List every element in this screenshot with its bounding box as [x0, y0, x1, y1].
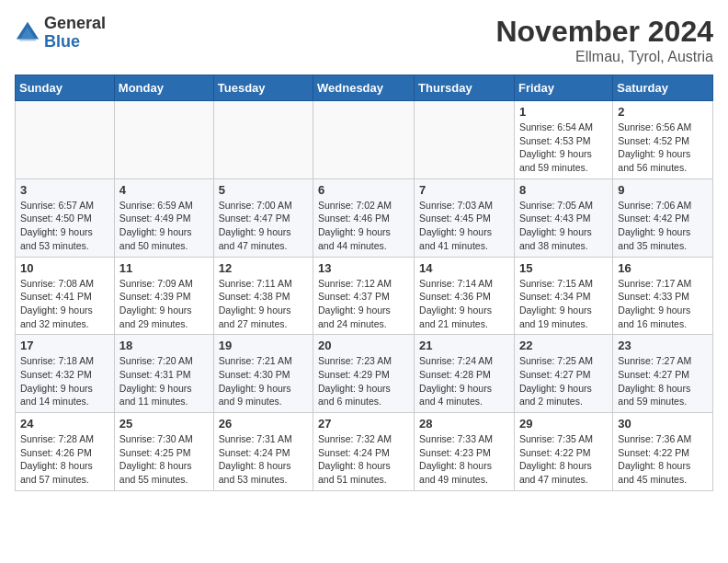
day-number: 19	[219, 339, 308, 352]
calendar-cell: 6Sunrise: 7:02 AM Sunset: 4:46 PM Daylig…	[313, 178, 415, 257]
calendar-cell: 22Sunrise: 7:25 AM Sunset: 4:27 PM Dayli…	[514, 335, 612, 413]
day-number: 8	[519, 183, 608, 197]
calendar-cell: 17Sunrise: 7:18 AM Sunset: 4:32 PM Dayli…	[16, 335, 115, 413]
calendar-week-row: 10Sunrise: 7:08 AM Sunset: 4:41 PM Dayli…	[16, 257, 713, 335]
calendar-cell: 1Sunrise: 6:54 AM Sunset: 4:53 PM Daylig…	[514, 101, 612, 179]
day-number: 9	[618, 183, 708, 197]
logo-general-text: General	[44, 15, 106, 33]
day-number: 15	[519, 261, 608, 275]
day-number: 13	[318, 261, 409, 275]
calendar-cell: 11Sunrise: 7:09 AM Sunset: 4:39 PM Dayli…	[114, 257, 213, 335]
weekday-header: Wednesday	[313, 75, 415, 101]
day-detail: Sunrise: 7:09 AM Sunset: 4:39 PM Dayligh…	[119, 277, 209, 331]
day-number: 11	[119, 261, 209, 275]
weekday-header: Sunday	[16, 75, 115, 101]
day-detail: Sunrise: 7:12 AM Sunset: 4:37 PM Dayligh…	[318, 277, 409, 331]
day-number: 23	[618, 339, 708, 352]
calendar-cell: 28Sunrise: 7:33 AM Sunset: 4:23 PM Dayli…	[415, 413, 515, 491]
day-number: 17	[20, 339, 109, 352]
logo-icon	[15, 20, 40, 46]
calendar-cell	[415, 101, 515, 179]
day-detail: Sunrise: 7:08 AM Sunset: 4:41 PM Dayligh…	[20, 277, 109, 331]
calendar-table: SundayMondayTuesdayWednesdayThursdayFrid…	[15, 75, 713, 491]
day-number: 10	[20, 261, 109, 275]
day-number: 5	[219, 183, 308, 197]
calendar-cell: 8Sunrise: 7:05 AM Sunset: 4:43 PM Daylig…	[514, 178, 612, 257]
day-detail: Sunrise: 7:35 AM Sunset: 4:22 PM Dayligh…	[519, 432, 608, 487]
calendar-cell: 5Sunrise: 7:00 AM Sunset: 4:47 PM Daylig…	[213, 178, 313, 257]
day-detail: Sunrise: 7:20 AM Sunset: 4:31 PM Dayligh…	[119, 354, 209, 408]
calendar-cell: 27Sunrise: 7:32 AM Sunset: 4:24 PM Dayli…	[313, 413, 415, 491]
calendar-cell	[313, 101, 415, 179]
weekday-header: Friday	[514, 75, 612, 101]
calendar-cell: 9Sunrise: 7:06 AM Sunset: 4:42 PM Daylig…	[613, 178, 713, 257]
day-number: 28	[419, 417, 509, 431]
day-number: 29	[519, 417, 608, 431]
weekday-header: Tuesday	[213, 75, 313, 101]
day-detail: Sunrise: 7:27 AM Sunset: 4:27 PM Dayligh…	[618, 354, 708, 408]
day-detail: Sunrise: 7:03 AM Sunset: 4:45 PM Dayligh…	[419, 199, 509, 253]
day-number: 25	[119, 417, 209, 431]
day-number: 14	[419, 261, 509, 275]
day-detail: Sunrise: 7:24 AM Sunset: 4:28 PM Dayligh…	[419, 354, 509, 408]
calendar-cell: 24Sunrise: 7:28 AM Sunset: 4:26 PM Dayli…	[16, 413, 115, 491]
logo-blue-text: Blue	[44, 33, 106, 52]
weekday-header: Thursday	[415, 75, 515, 101]
weekday-header: Saturday	[613, 75, 713, 101]
calendar-cell: 7Sunrise: 7:03 AM Sunset: 4:45 PM Daylig…	[415, 178, 515, 257]
day-detail: Sunrise: 7:21 AM Sunset: 4:30 PM Dayligh…	[219, 354, 308, 408]
location-title: Ellmau, Tyrol, Austria	[495, 49, 713, 65]
calendar-cell: 15Sunrise: 7:15 AM Sunset: 4:34 PM Dayli…	[514, 257, 612, 335]
day-number: 4	[119, 183, 209, 197]
day-detail: Sunrise: 7:36 AM Sunset: 4:22 PM Dayligh…	[618, 432, 708, 487]
day-detail: Sunrise: 7:30 AM Sunset: 4:25 PM Dayligh…	[119, 432, 209, 487]
day-detail: Sunrise: 6:56 AM Sunset: 4:52 PM Dayligh…	[618, 121, 708, 175]
calendar-cell: 23Sunrise: 7:27 AM Sunset: 4:27 PM Dayli…	[613, 335, 713, 413]
day-number: 27	[318, 417, 409, 431]
day-detail: Sunrise: 7:14 AM Sunset: 4:36 PM Dayligh…	[419, 277, 509, 331]
calendar-cell: 3Sunrise: 6:57 AM Sunset: 4:50 PM Daylig…	[16, 178, 115, 257]
day-number: 20	[318, 339, 409, 352]
logo: General Blue	[15, 15, 106, 52]
day-detail: Sunrise: 7:06 AM Sunset: 4:42 PM Dayligh…	[618, 199, 708, 253]
day-detail: Sunrise: 6:59 AM Sunset: 4:49 PM Dayligh…	[119, 199, 209, 253]
day-number: 24	[20, 417, 109, 431]
day-number: 18	[119, 339, 209, 352]
calendar-cell	[114, 101, 213, 179]
calendar-cell: 12Sunrise: 7:11 AM Sunset: 4:38 PM Dayli…	[213, 257, 313, 335]
calendar-cell: 4Sunrise: 6:59 AM Sunset: 4:49 PM Daylig…	[114, 178, 213, 257]
calendar-cell: 18Sunrise: 7:20 AM Sunset: 4:31 PM Dayli…	[114, 335, 213, 413]
day-detail: Sunrise: 7:32 AM Sunset: 4:24 PM Dayligh…	[318, 432, 409, 487]
day-number: 12	[219, 261, 308, 275]
calendar-cell: 20Sunrise: 7:23 AM Sunset: 4:29 PM Dayli…	[313, 335, 415, 413]
calendar-cell: 16Sunrise: 7:17 AM Sunset: 4:33 PM Dayli…	[613, 257, 713, 335]
calendar-header-row: SundayMondayTuesdayWednesdayThursdayFrid…	[16, 75, 713, 101]
calendar-cell	[16, 101, 115, 179]
day-detail: Sunrise: 7:23 AM Sunset: 4:29 PM Dayligh…	[318, 354, 409, 408]
calendar-cell: 21Sunrise: 7:24 AM Sunset: 4:28 PM Dayli…	[415, 335, 515, 413]
calendar-cell: 2Sunrise: 6:56 AM Sunset: 4:52 PM Daylig…	[613, 101, 713, 179]
calendar-cell: 26Sunrise: 7:31 AM Sunset: 4:24 PM Dayli…	[213, 413, 313, 491]
calendar-week-row: 24Sunrise: 7:28 AM Sunset: 4:26 PM Dayli…	[16, 413, 713, 491]
day-detail: Sunrise: 7:18 AM Sunset: 4:32 PM Dayligh…	[20, 354, 109, 408]
calendar-cell	[213, 101, 313, 179]
day-detail: Sunrise: 6:57 AM Sunset: 4:50 PM Dayligh…	[20, 199, 109, 253]
day-detail: Sunrise: 6:54 AM Sunset: 4:53 PM Dayligh…	[519, 121, 608, 175]
title-block: November 2024 Ellmau, Tyrol, Austria	[495, 15, 713, 65]
calendar-week-row: 17Sunrise: 7:18 AM Sunset: 4:32 PM Dayli…	[16, 335, 713, 413]
day-detail: Sunrise: 7:28 AM Sunset: 4:26 PM Dayligh…	[20, 432, 109, 487]
calendar-cell: 29Sunrise: 7:35 AM Sunset: 4:22 PM Dayli…	[514, 413, 612, 491]
logo-text: General Blue	[44, 15, 106, 52]
calendar-week-row: 3Sunrise: 6:57 AM Sunset: 4:50 PM Daylig…	[16, 178, 713, 257]
day-detail: Sunrise: 7:15 AM Sunset: 4:34 PM Dayligh…	[519, 277, 608, 331]
calendar-week-row: 1Sunrise: 6:54 AM Sunset: 4:53 PM Daylig…	[16, 101, 713, 179]
day-detail: Sunrise: 7:02 AM Sunset: 4:46 PM Dayligh…	[318, 199, 409, 253]
calendar-cell: 25Sunrise: 7:30 AM Sunset: 4:25 PM Dayli…	[114, 413, 213, 491]
day-number: 2	[618, 105, 708, 119]
day-number: 1	[519, 105, 608, 119]
calendar-cell: 30Sunrise: 7:36 AM Sunset: 4:22 PM Dayli…	[613, 413, 713, 491]
day-detail: Sunrise: 7:17 AM Sunset: 4:33 PM Dayligh…	[618, 277, 708, 331]
calendar-cell: 14Sunrise: 7:14 AM Sunset: 4:36 PM Dayli…	[415, 257, 515, 335]
calendar-cell: 13Sunrise: 7:12 AM Sunset: 4:37 PM Dayli…	[313, 257, 415, 335]
calendar-cell: 10Sunrise: 7:08 AM Sunset: 4:41 PM Dayli…	[16, 257, 115, 335]
